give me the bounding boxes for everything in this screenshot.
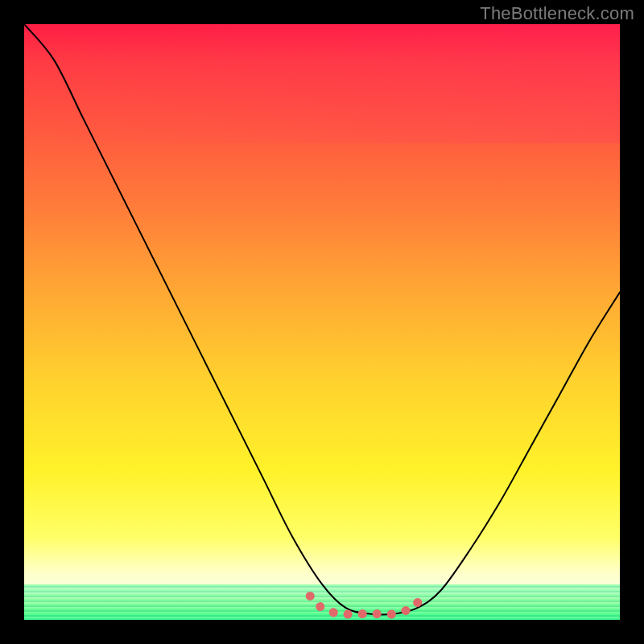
chart-area: [24, 24, 620, 620]
app-frame: TheBottleneck.com: [0, 0, 644, 644]
chart-svg: [24, 24, 620, 620]
flat-region-marker-path: [310, 596, 423, 614]
bottleneck-curve-path: [24, 24, 620, 615]
watermark-text: TheBottleneck.com: [480, 3, 634, 24]
